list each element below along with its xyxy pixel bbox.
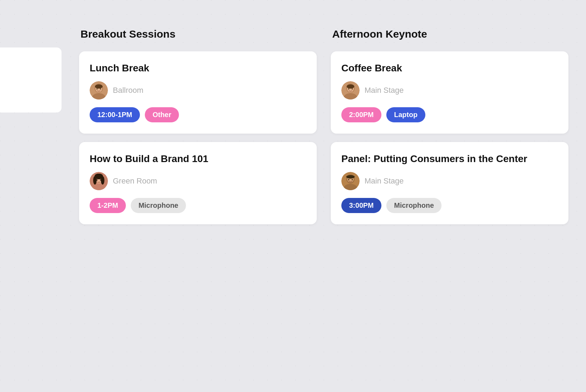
svg-point-16 <box>101 176 104 185</box>
page-container: Breakout SessionsLunch Break Ballroom12:… <box>0 0 586 392</box>
svg-point-23 <box>348 88 349 90</box>
svg-point-30 <box>348 179 349 180</box>
location-text-brand-101: Green Room <box>113 176 157 186</box>
tag-brand-101-1: Microphone <box>131 198 186 213</box>
tag-panel-consumers-1: Microphone <box>386 198 442 213</box>
avatar-brand-101 <box>90 172 108 190</box>
avatar-panel-consumers <box>341 172 360 190</box>
column-title-afternoon: Afternoon Keynote <box>331 28 568 40</box>
main-content: Breakout SessionsLunch Break Ballroom12:… <box>62 28 586 392</box>
tags-row-lunch-break: 12:00-1PMOther <box>90 107 306 122</box>
svg-point-6 <box>100 88 101 90</box>
tag-lunch-break-1: Other <box>145 107 179 122</box>
svg-point-15 <box>93 176 97 185</box>
tags-row-coffee-break: 2:00PMLaptop <box>341 107 558 122</box>
svg-point-24 <box>352 88 353 90</box>
session-card-panel-consumers[interactable]: Panel: Putting Consumers in the Center M… <box>331 142 568 224</box>
session-location-row-lunch-break: Ballroom <box>90 81 306 99</box>
svg-point-5 <box>97 88 98 90</box>
session-card-brand-101[interactable]: How to Build a Brand 101 Green Room1-2PM… <box>79 142 317 224</box>
session-title-coffee-break: Coffee Break <box>341 62 558 74</box>
svg-point-31 <box>352 179 353 180</box>
tags-row-panel-consumers: 3:00PMMicrophone <box>341 198 558 213</box>
avatar-lunch-break <box>90 81 108 99</box>
svg-point-7 <box>95 84 103 89</box>
location-text-panel-consumers: Main Stage <box>365 176 404 186</box>
left-partial-column <box>0 28 62 392</box>
tag-lunch-break-0: 12:00-1PM <box>90 107 140 122</box>
tag-coffee-break-1: Laptop <box>386 107 425 122</box>
session-card-lunch-break[interactable]: Lunch Break Ballroom12:00-1PMOther <box>79 51 317 134</box>
svg-point-17 <box>95 174 103 177</box>
location-text-coffee-break: Main Stage <box>365 86 404 95</box>
session-card-coffee-break[interactable]: Coffee Break Main Stage2:00PMLaptop <box>331 51 568 134</box>
session-title-lunch-break: Lunch Break <box>90 62 306 74</box>
tag-brand-101-0: 1-2PM <box>90 198 126 213</box>
session-title-panel-consumers: Panel: Putting Consumers in the Center <box>341 153 558 165</box>
tag-panel-consumers-0: 3:00PM <box>341 198 381 213</box>
tags-row-brand-101: 1-2PMMicrophone <box>90 198 306 213</box>
column-afternoon: Afternoon KeynoteCoffee Break Main Stage… <box>331 28 568 392</box>
column-breakout: Breakout SessionsLunch Break Ballroom12:… <box>79 28 317 392</box>
session-title-brand-101: How to Build a Brand 101 <box>90 153 306 165</box>
location-text-lunch-break: Ballroom <box>113 86 143 95</box>
column-title-breakout: Breakout Sessions <box>79 28 317 40</box>
svg-point-25 <box>347 84 354 89</box>
session-location-row-coffee-break: Main Stage <box>341 81 558 99</box>
left-partial-card <box>0 47 62 113</box>
svg-point-32 <box>346 175 355 179</box>
tag-coffee-break-0: 2:00PM <box>341 107 381 122</box>
session-location-row-panel-consumers: Main Stage <box>341 172 558 190</box>
avatar-coffee-break <box>341 81 360 99</box>
session-location-row-brand-101: Green Room <box>90 172 306 190</box>
